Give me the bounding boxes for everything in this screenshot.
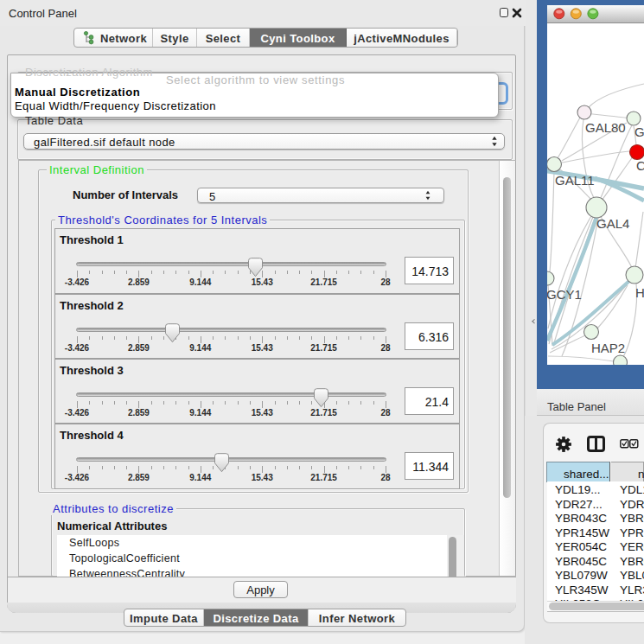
svg-text:GAL4: GAL4: [596, 216, 629, 231]
svg-text:C: C: [636, 158, 644, 173]
svg-text:GAL11: GAL11: [555, 173, 595, 188]
svg-text:GCY1: GCY1: [547, 287, 582, 302]
svg-text:G.: G.: [634, 124, 644, 139]
svg-text:HAP2: HAP2: [591, 341, 625, 355]
svg-text:GAL80: GAL80: [585, 120, 626, 135]
svg-text:H: H: [635, 285, 644, 300]
